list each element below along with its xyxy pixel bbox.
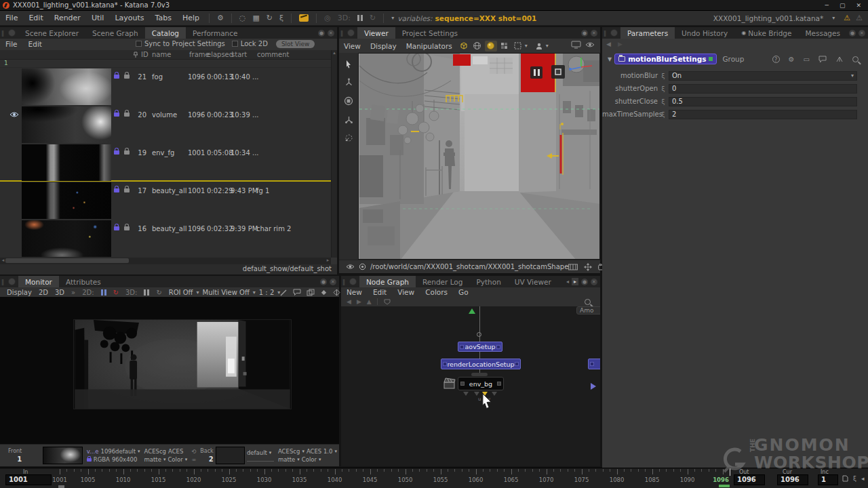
output-port-icon[interactable]	[474, 392, 479, 396]
node-input-port[interactable]	[460, 345, 464, 349]
tab-scroll-left[interactable]: ◂	[566, 279, 569, 285]
node-env-bg[interactable]: env_bg	[458, 377, 504, 390]
front-version[interactable]: v...e	[87, 448, 99, 455]
menu-edit[interactable]: Edit	[368, 288, 392, 296]
search-icon[interactable]	[852, 56, 859, 62]
parameter-value-field[interactable]: 0	[669, 84, 857, 94]
keyframe-icon[interactable]: ξ	[658, 111, 669, 118]
tab-scroll-right[interactable]: ▸	[572, 278, 578, 285]
tab-attributes[interactable]: Attributes	[59, 276, 108, 287]
panel-float-button[interactable]: ●	[581, 279, 588, 285]
parameter-value-field[interactable]: 2	[669, 110, 857, 119]
slot-view-button[interactable]: Slot View	[276, 40, 315, 48]
pan-arrows-icon[interactable]	[584, 263, 592, 271]
settings-gear-icon[interactable]: ⚙	[214, 14, 227, 22]
refresh-icon[interactable]: ↻	[263, 14, 276, 22]
menu-colors[interactable]: Colors	[420, 288, 453, 296]
back-buffer-thumbnail[interactable]	[216, 447, 245, 464]
front-colorspace1[interactable]: ACEScg	[144, 448, 166, 455]
playhead-handle[interactable]	[719, 485, 730, 487]
tab-parameters[interactable]: Parameters	[620, 27, 675, 39]
keyframe-icon[interactable]: ξ	[658, 98, 669, 105]
lock-icon[interactable]	[114, 75, 119, 79]
node-enabled-indicator[interactable]	[709, 57, 713, 61]
node-output-port[interactable]	[496, 345, 500, 349]
back-colorspace1[interactable]: ACEScg	[278, 448, 300, 455]
front-matte-dropdown[interactable]: matte	[144, 456, 161, 463]
panel-close-button[interactable]: ✕	[859, 30, 865, 37]
catalog-row[interactable]: 19env_fg10010:05:0810:34 ...	[0, 144, 331, 182]
lock2-icon[interactable]	[124, 150, 130, 155]
back-colorspace2[interactable]: ACES 1.0	[307, 448, 333, 455]
node-name-pill[interactable]: motionBlurSettings	[614, 54, 717, 64]
tab-scene-explorer[interactable]: Scene Explorer	[18, 27, 85, 39]
lock-icon[interactable]	[114, 188, 119, 192]
visibility-eye-icon[interactable]	[9, 149, 19, 156]
catalog-row[interactable]: 21fog10960:00:1310:40 ...	[0, 68, 331, 106]
light-sphere-icon[interactable]	[485, 41, 497, 52]
panel-drag-handle[interactable]: ‖	[339, 27, 344, 39]
panel-drag-handle[interactable]: ‖	[0, 27, 5, 39]
select-tool-icon[interactable]	[344, 60, 353, 68]
catalog-row[interactable]: 17beauty_all10010:02:299:43 PMfg 1	[0, 182, 331, 220]
col-id[interactable]: ID	[141, 51, 149, 58]
viewer-eye-icon[interactable]	[585, 41, 595, 50]
slate-icon[interactable]: ▦	[249, 14, 262, 22]
menu-file[interactable]: File	[0, 40, 23, 48]
tab-performance[interactable]: Performance	[186, 27, 245, 39]
help-icon[interactable]: ?	[772, 56, 780, 63]
camera-path[interactable]: /root/world/cam/XXX001_shotcam/XXX001_sh…	[366, 263, 568, 270]
keyframe-icon[interactable]: ξ	[853, 475, 856, 482]
node-output-port[interactable]	[497, 382, 501, 386]
panel-menu-button[interactable]	[8, 29, 16, 37]
warning-icon[interactable]: ⚠	[844, 14, 850, 22]
wire-midpoint-icon[interactable]	[477, 332, 481, 337]
refresh-2d-icon[interactable]: ↻	[110, 289, 122, 296]
front-res-arrow[interactable]: ▾	[138, 449, 140, 454]
tab-viewer[interactable]: Viewer	[357, 27, 395, 39]
monitor-canvas[interactable]	[0, 297, 339, 444]
mode-3d-button[interactable]: 3D	[52, 289, 68, 296]
variables-value[interactable]: sequence=XXX shot=001	[433, 14, 537, 22]
menu-help[interactable]: Help	[177, 14, 205, 22]
front-colorspace2[interactable]: ACES	[168, 448, 183, 455]
lock-icon[interactable]	[114, 113, 119, 117]
scrollbar-thumb[interactable]	[5, 258, 129, 263]
tab-project-settings[interactable]: Project Settings	[395, 27, 465, 39]
tab-render-log[interactable]: Render Log	[416, 276, 469, 287]
col-name[interactable]: name	[152, 51, 171, 58]
tab-nuke-bridge[interactable]: ◉Nuke Bridge	[734, 27, 798, 39]
pause-3d-monitor-icon[interactable]	[140, 289, 153, 296]
marquee-dropdown-arrow[interactable]: ▾	[525, 43, 528, 49]
rotate-tool-icon[interactable]	[344, 96, 353, 106]
look-through-eye-icon[interactable]	[339, 264, 355, 270]
back-arrow-icon[interactable]: ◀	[606, 41, 611, 47]
comment-bubble-icon[interactable]	[293, 289, 301, 296]
front-color-dropdown[interactable]: Color	[167, 456, 182, 463]
person-dropdown-arrow[interactable]: ▾	[546, 43, 549, 49]
tab-python[interactable]: Python	[469, 276, 507, 287]
multiview-dropdown[interactable]: Multi View Off	[199, 289, 253, 296]
back-default-dropdown[interactable]: default	[247, 449, 267, 456]
panel-drag-handle[interactable]: ‖	[602, 27, 608, 39]
nav-up-icon[interactable]: ▲	[367, 298, 372, 305]
tab-catalog[interactable]: Catalog	[145, 27, 186, 39]
node-input-port[interactable]	[443, 362, 447, 366]
camera-target-icon[interactable]	[355, 263, 366, 270]
node-input-port[interactable]	[590, 362, 594, 366]
node-input-port[interactable]	[460, 382, 465, 386]
diamond-split-icon[interactable]	[333, 289, 340, 296]
swap-buffers-icon[interactable]: ⟲	[191, 448, 196, 455]
shaded-cube-icon[interactable]	[458, 41, 470, 52]
back-color-dropdown[interactable]: Color	[302, 456, 317, 463]
in-frame-field[interactable]: 1001	[5, 474, 52, 485]
panel-close-button[interactable]: ✕	[330, 279, 336, 285]
view-flag-icon[interactable]	[469, 308, 475, 314]
close-button[interactable]: ✕	[856, 2, 861, 9]
scale-tool-icon[interactable]	[344, 115, 353, 124]
filename-dropdown-arrow[interactable]: ▾	[829, 15, 838, 21]
quad-view-icon[interactable]	[498, 41, 511, 52]
nodegraph-search-icon[interactable]	[585, 299, 591, 305]
viewport-3d[interactable]	[358, 53, 600, 260]
menu-display[interactable]: Display	[366, 42, 401, 50]
